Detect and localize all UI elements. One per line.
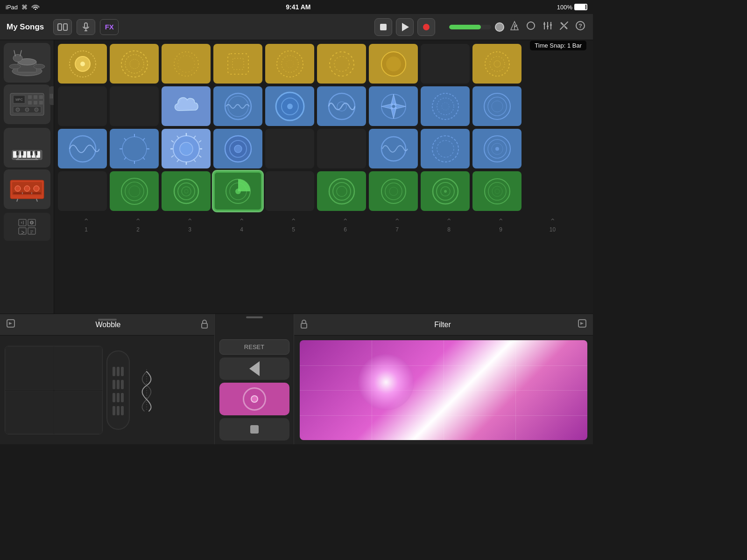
volume-slider[interactable]: [449, 25, 491, 29]
svg-point-92: [330, 52, 354, 76]
instrument-drums[interactable]: [4, 43, 50, 83]
col-3[interactable]: ⌃ 3: [165, 216, 214, 235]
instrument-analog[interactable]: [4, 169, 50, 209]
cell-4-7[interactable]: [369, 171, 418, 211]
col-11[interactable]: ⌃ 11: [580, 216, 593, 235]
drag-handle: [98, 319, 117, 321]
record-button[interactable]: [417, 18, 435, 36]
cell-3-1[interactable]: [58, 129, 107, 168]
cell-1-7[interactable]: [369, 44, 418, 84]
scene-clips-button[interactable]: [4, 213, 50, 241]
svg-rect-189: [301, 323, 307, 328]
cell-2-7[interactable]: [369, 86, 418, 126]
waveform-ring: [118, 47, 151, 81]
svg-line-135: [177, 160, 179, 162]
cell-2-5[interactable]: [265, 86, 314, 126]
battery-icon: [574, 4, 587, 10]
screen-button[interactable]: [53, 19, 72, 35]
cell-2-1[interactable]: [58, 86, 107, 126]
col-8[interactable]: ⌃ 8: [424, 216, 473, 235]
filter-lock-icon[interactable]: [300, 319, 308, 330]
loop-icon[interactable]: [525, 20, 537, 34]
cell-3-5[interactable]: [265, 129, 314, 168]
filter-clip-icon[interactable]: [577, 318, 587, 331]
cell-3-4[interactable]: [213, 129, 262, 168]
cell-4-2[interactable]: [110, 171, 159, 211]
cell-3-9[interactable]: [472, 129, 521, 168]
cell-1-8[interactable]: [421, 44, 470, 84]
col-4[interactable]: ⌃ 4: [217, 216, 266, 235]
wobble-title: Wobble: [20, 321, 197, 329]
cell-4-8[interactable]: [421, 171, 470, 211]
mic-button[interactable]: [77, 19, 95, 35]
svg-line-122: [143, 157, 145, 160]
mixer-icon[interactable]: [542, 20, 554, 34]
col-7[interactable]: ⌃ 7: [373, 216, 422, 235]
ipad-label: iPad: [6, 4, 18, 11]
stop-button-2[interactable]: [219, 418, 289, 441]
cell-4-1[interactable]: [58, 171, 107, 211]
vinyl-button[interactable]: [219, 383, 289, 415]
stop-button[interactable]: [374, 18, 392, 36]
cell-2-9[interactable]: [472, 86, 521, 126]
cell-2-3[interactable]: [162, 86, 211, 126]
cell-3-8[interactable]: [421, 129, 470, 168]
cell-1-9[interactable]: [472, 44, 521, 84]
cell-3-7[interactable]: [369, 129, 418, 168]
svg-line-124: [124, 157, 126, 160]
svg-text:MPC: MPC: [15, 98, 23, 101]
wobble-panel-body: [0, 336, 214, 444]
vinyl-inner-icon: [251, 395, 258, 403]
volume-knob[interactable]: [495, 22, 504, 32]
svg-line-75: [21, 231, 24, 232]
cell-4-9[interactable]: [472, 171, 521, 211]
collapse-handle[interactable]: |||: [49, 86, 54, 105]
xy-quadrant-br[interactable]: [54, 391, 103, 434]
cell-2-4[interactable]: [213, 86, 262, 126]
svg-line-132: [199, 155, 201, 157]
filter-xy-pad[interactable]: Resonance Cutoff: [300, 340, 587, 440]
instrument-keyboard[interactable]: [4, 128, 50, 168]
back-button[interactable]: [219, 357, 289, 380]
svg-line-139: [177, 136, 179, 138]
cell-1-4[interactable]: [213, 44, 262, 84]
cell-3-2[interactable]: [110, 129, 159, 168]
instrument-sampler[interactable]: MPC: [4, 84, 50, 124]
cell-4-5[interactable]: [265, 171, 314, 211]
metronome-icon[interactable]: [509, 20, 520, 34]
cell-1-1[interactable]: [58, 44, 107, 84]
cell-4-6[interactable]: [317, 171, 366, 211]
svg-point-163: [337, 186, 347, 196]
cell-2-8[interactable]: [421, 86, 470, 126]
cell-1-5[interactable]: [265, 44, 314, 84]
cell-4-3[interactable]: [162, 171, 211, 211]
svg-line-133: [194, 160, 196, 162]
cell-3-6[interactable]: [317, 129, 366, 168]
col-9[interactable]: ⌃ 9: [476, 216, 525, 235]
col-5[interactable]: ⌃ 5: [269, 216, 318, 235]
wobble-lock-icon[interactable]: [200, 319, 209, 330]
help-icon[interactable]: ?: [574, 20, 586, 34]
col-2[interactable]: ⌃ 2: [113, 216, 162, 235]
xy-quadrant-bl[interactable]: [5, 391, 54, 434]
col-1[interactable]: ⌃ 1: [62, 216, 111, 235]
cell-2-6[interactable]: [317, 86, 366, 126]
cell-3-3[interactable]: [162, 129, 211, 168]
cell-1-6[interactable]: [317, 44, 366, 84]
xy-quadrant-tr[interactable]: [54, 346, 103, 390]
cell-1-3[interactable]: [162, 44, 211, 84]
cell-4-4[interactable]: [213, 171, 262, 211]
fx-button[interactable]: FX: [100, 19, 119, 35]
col-6[interactable]: ⌃ 6: [321, 216, 370, 235]
tools-icon[interactable]: [558, 20, 570, 34]
wobble-xy-pad[interactable]: [5, 346, 103, 434]
svg-line-120: [143, 138, 145, 140]
xy-quadrant-tl[interactable]: [5, 346, 54, 390]
wobble-clip-icon[interactable]: [6, 318, 16, 331]
reset-button[interactable]: RESET: [219, 339, 289, 355]
cell-1-2[interactable]: [110, 44, 159, 84]
col-10[interactable]: ⌃ 10: [528, 216, 577, 235]
wobble-vertical-slider[interactable]: [106, 350, 130, 430]
play-button[interactable]: [396, 18, 414, 36]
cell-2-2[interactable]: [110, 86, 159, 126]
